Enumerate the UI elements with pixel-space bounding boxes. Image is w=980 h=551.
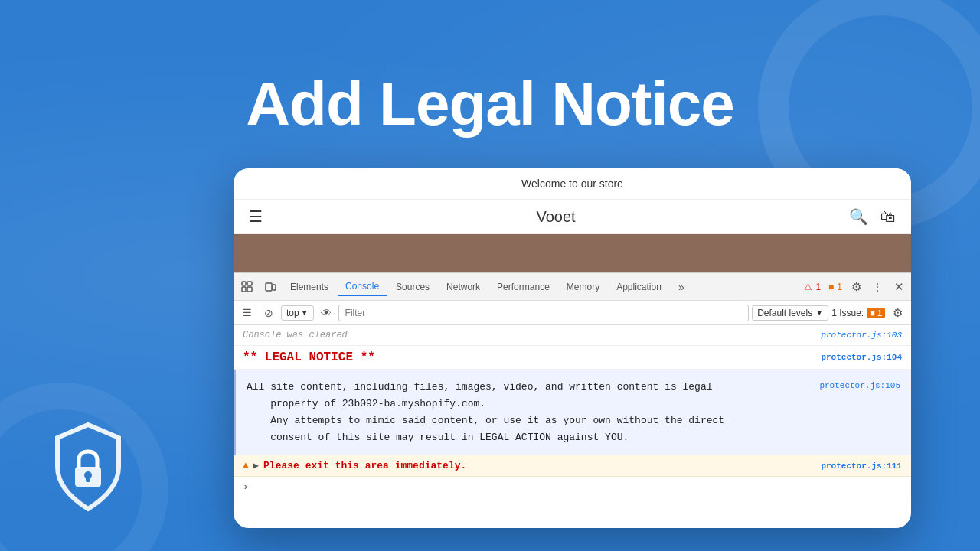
devtools-toolbar: ☰ ⊘ top ▼ 👁 Default levels ▼ 1 Issue: ■ … [234,301,911,325]
console-caret-row: › [234,477,911,497]
header-icons: 🔍 🛍 [849,207,896,226]
legal-notice-text: ** LEGAL NOTICE ** [243,350,375,364]
store-image-banner [234,234,911,272]
tab-application[interactable]: Application [609,279,669,295]
device-toggle-icon[interactable] [260,276,281,298]
tab-sources[interactable]: Sources [388,279,437,295]
sidebar-toggle-btn[interactable]: ☰ [238,304,256,322]
warning-orange-count: 1 [837,282,842,292]
levels-arrow-icon: ▼ [815,308,823,317]
store-header: ☰ Vooet 🔍 🛍 [234,200,911,234]
warning-triangle-icon: ▲ [243,460,249,471]
default-levels-label: Default levels [757,308,812,318]
devtools-more-icon[interactable]: ⋮ [867,276,888,298]
issue-label: 1 Issue: [831,308,864,318]
dropdown-arrow-icon: ▼ [301,308,309,317]
issue-badge: 1 Issue: ■ 1 [831,308,885,318]
log-levels-selector[interactable]: Default levels ▼ [752,305,828,321]
page-title: Add Legal Notice [0,69,980,139]
console-legal-notice-row: ** LEGAL NOTICE ** protector.js:104 [234,346,911,370]
top-label: top [286,308,299,318]
warning-square-icon: ■ [828,282,834,292]
welcome-text: Welcome to our store [521,178,623,190]
svg-rect-2 [247,282,252,285]
svg-rect-4 [266,283,272,291]
console-output: Console was cleared protector.js:103 ** … [234,325,911,497]
browser-card: Welcome to our store ☰ Vooet 🔍 🛍 [234,168,911,528]
devtools-tabs-bar: Elements Console Sources Network Perform… [234,273,911,301]
context-selector[interactable]: top ▼ [281,305,314,321]
devtools-panel: Elements Console Sources Network Perform… [234,272,911,497]
filter-input[interactable] [338,305,750,321]
svg-rect-5 [273,285,276,290]
legal-notice-link[interactable]: protector.js:104 [821,353,902,362]
svg-rect-8 [86,475,90,482]
clear-console-btn[interactable]: ⊘ [260,304,278,322]
issue-square-icon: ■ [870,308,875,318]
eye-icon-btn[interactable]: 👁 [317,304,335,322]
console-cleared-link[interactable]: protector.js:103 [821,331,902,340]
warning-red-count: 1 [815,282,821,292]
warnings-red: ⚠ 1 [801,282,824,292]
devtools-close-icon[interactable]: ✕ [890,278,908,296]
warnings-orange: ■ 1 [825,282,845,292]
cart-icon[interactable]: 🛍 [880,208,896,226]
console-message-text: All site content, including files, image… [247,379,812,446]
console-message-link[interactable]: protector.js:105 [819,379,900,393]
console-cleared-row: Console was cleared protector.js:103 [234,325,911,346]
svg-rect-1 [242,287,246,292]
shield-icon-container [50,421,126,513]
store-name: Vooet [536,208,575,226]
shield-lock-icon [50,421,126,513]
console-settings-icon[interactable]: ⚙ [888,304,906,322]
console-warning-row: ▲ ▶ Please exit this area immediately. p… [234,455,911,477]
svg-rect-0 [242,282,246,285]
devtools-settings-icon[interactable]: ⚙ [847,278,865,296]
console-cleared-text: Console was cleared [243,330,348,341]
tab-memory[interactable]: Memory [559,279,607,295]
warning-triangle-icon: ⚠ [804,282,812,292]
store-banner: Welcome to our store [234,168,911,200]
tab-performance[interactable]: Performance [489,279,557,295]
console-caret-icon: › [243,481,249,493]
console-message-block: All site content, including files, image… [234,370,911,455]
warning-text: Please exit this area immediately. [263,460,816,471]
search-icon[interactable]: 🔍 [849,207,868,226]
warning-link[interactable]: protector.js:111 [821,461,902,471]
svg-rect-3 [247,287,252,292]
issue-count-badge: ■ 1 [867,308,885,318]
tab-more[interactable]: » [671,278,692,296]
menu-icon[interactable]: ☰ [249,207,263,226]
tab-network[interactable]: Network [439,279,488,295]
inspect-icon[interactable] [237,276,258,298]
tab-elements[interactable]: Elements [283,279,336,295]
tab-console[interactable]: Console [338,278,387,296]
warning-expand-icon[interactable]: ▶ [253,460,259,471]
issue-number: 1 [877,308,882,318]
